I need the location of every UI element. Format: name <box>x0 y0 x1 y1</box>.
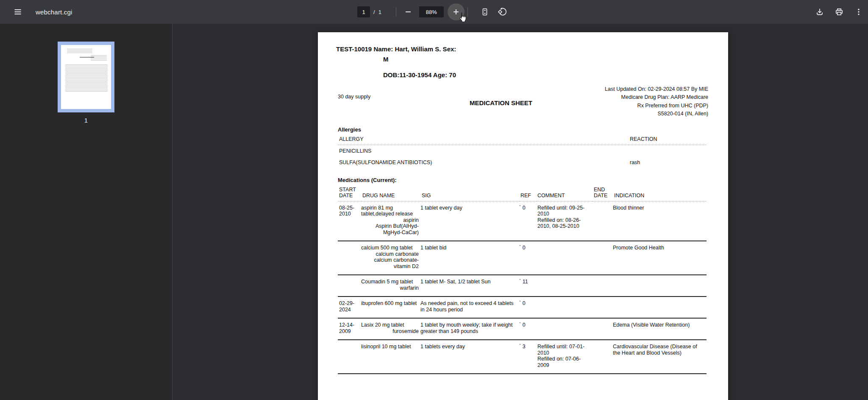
drug-plan-line: Medicare Drug Plan: AARP Medicare <box>605 93 708 101</box>
indication: Promote Good Health <box>613 241 707 275</box>
toolbar-divider <box>467 7 468 17</box>
page-separator: / <box>373 9 375 15</box>
document-title: webchart.cgi <box>36 8 72 16</box>
allergy-reaction: rash <box>629 157 707 168</box>
sig-header: SIG <box>420 193 519 201</box>
end-date <box>593 340 613 374</box>
indication <box>613 297 707 318</box>
print-button[interactable] <box>831 3 848 20</box>
kebab-menu-icon <box>854 8 863 16</box>
allergy-row: SULFA(SULFONAMIDE ANTIBIOTICS) rash <box>338 157 707 168</box>
allergy-name: PENICILLINS <box>338 145 629 157</box>
drug-name: aspirin 81 mg tablet,delayed release <box>361 205 419 217</box>
drug-plan-line: S5820-014 (IN, Allen) <box>605 110 708 118</box>
toolbar-right <box>811 0 867 24</box>
page-count: / 1 <box>373 9 381 15</box>
end-date <box>593 201 613 241</box>
rotate-button[interactable] <box>494 3 511 20</box>
generic-name: furosemide <box>361 328 419 335</box>
start-date: 08-25-2010 <box>338 201 361 241</box>
page-total: 1 <box>378 9 381 15</box>
drug-name: Coumadin 5 mg tablet <box>361 279 419 285</box>
comment: Refilled until: 07-01-2010 Refilled on: … <box>536 340 593 374</box>
allergy-row: PENICILLINS <box>338 145 707 157</box>
indication: Edema (Visible Water Retention) <box>613 318 707 340</box>
allergy-column-header: ALLERGY <box>338 136 629 145</box>
medication-row: 08-25-2010 aspirin 81 mg tablet,delayed … <box>338 201 707 241</box>
zoom-in-button[interactable] <box>447 3 465 21</box>
ref: ` 0 <box>519 201 536 241</box>
start-date: 12-14-2009 <box>338 318 361 340</box>
indication-header: INDICATION <box>613 193 707 201</box>
column-header <box>420 187 519 193</box>
drug-name-cell: ibuprofen 600 mg tablet <box>361 297 420 318</box>
sheet-info-row: 30 day supply MEDICATION SHEET Last Upda… <box>338 85 707 124</box>
drug-name: Lasix 20 mg tablet <box>361 322 419 328</box>
sig: 1 tablet by mouth weekly; take if weight… <box>420 318 519 340</box>
ref-header: REF <box>519 193 536 201</box>
menu-button[interactable] <box>9 3 26 20</box>
more-options-button[interactable] <box>850 3 867 20</box>
thumbnail-sidebar: 1 <box>0 24 172 400</box>
end-date <box>593 275 613 297</box>
drug-name: ibuprofen 600 mg tablet <box>361 300 419 307</box>
medication-row: 12-14-2009 Lasix 20 mg tablet furosemide… <box>338 318 707 340</box>
page-number-input[interactable]: 1 <box>357 6 370 17</box>
column-header <box>613 187 707 193</box>
comment <box>536 241 593 275</box>
sig: 1 tablet M- Sat, 1/2 tablet Sun <box>420 275 519 297</box>
medication-row: 02-29-2024 ibuprofen 600 mg tablet As ne… <box>338 297 707 318</box>
medication-row: lisinopril 10 mg tablet 1 tablets every … <box>338 340 707 374</box>
plus-icon <box>452 8 460 16</box>
sig: 1 tablet bid <box>420 241 519 275</box>
allergies-table: ALLERGY REACTION PENICILLINS SULFA(SULFO… <box>338 136 707 168</box>
patient-id-name: TEST-10019 Name: Hart, William S. Sex: <box>336 44 707 54</box>
drug-name-cell: Coumadin 5 mg tablet warfarin <box>361 275 420 297</box>
zoom-level-input[interactable]: 88% <box>419 6 444 17</box>
sig: 1 tablets every day <box>420 340 519 374</box>
page-thumbnail[interactable] <box>58 42 114 112</box>
allergy-reaction <box>629 145 707 157</box>
column-header <box>536 187 593 193</box>
generic-name: warfarin <box>361 285 419 291</box>
patient-sex-value: M <box>383 54 707 64</box>
comment-header: COMMENT <box>536 193 593 201</box>
reaction-column-header: REACTION <box>629 136 707 145</box>
start-date-header: DATE <box>338 193 361 201</box>
thumbnail-page-number: 1 <box>0 117 172 124</box>
ref: ` 0 <box>519 241 536 275</box>
sig: As needed pain, not to exceed 4 tablets … <box>420 297 519 318</box>
end-date <box>593 318 613 340</box>
indication <box>613 275 707 297</box>
pdf-toolbar: webchart.cgi 1 / 1 88% <box>0 0 868 24</box>
patient-header: TEST-10019 Name: Hart, William S. Sex: M… <box>336 44 707 80</box>
pdf-viewport: TEST-10019 Name: Hart, William S. Sex: M… <box>172 24 868 400</box>
allergies-heading: Allergies <box>338 127 707 133</box>
drug-name: lisinopril 10 mg tablet <box>361 344 419 350</box>
fit-to-page-button[interactable] <box>476 3 493 20</box>
download-icon <box>815 8 824 16</box>
generic-name: Aspirin Buf(AlHyd-MgHyd-CaCar) <box>361 223 419 235</box>
zoom-out-button[interactable] <box>400 3 417 20</box>
toolbar-left: webchart.cgi <box>0 3 72 20</box>
drug-plan-line: Rx Preferred from UHC (PDP) <box>605 102 708 110</box>
indication: Blood thinner <box>613 201 707 241</box>
rotate-icon <box>498 7 507 17</box>
ref: ` 11 <box>519 275 536 297</box>
drug-name-header: DRUG NAME <box>361 193 420 201</box>
download-button[interactable] <box>811 3 828 20</box>
start-header-line1: START <box>338 187 361 193</box>
toolbar-center: 1 / 1 88% <box>357 0 511 24</box>
medication-row: Coumadin 5 mg tablet warfarin 1 tablet M… <box>338 275 707 297</box>
drug-name-cell: lisinopril 10 mg tablet <box>361 340 420 374</box>
update-info-block: Last Updated On: 02-29-2024 08:57 By MIE… <box>605 85 708 118</box>
start-date <box>338 340 361 374</box>
end-header-line1: END <box>593 187 613 193</box>
toolbar-divider <box>396 7 396 17</box>
ref: ` 3 <box>519 340 536 374</box>
ref: ` 0 <box>519 297 536 318</box>
end-date <box>593 297 613 318</box>
drug-name-cell: Lasix 20 mg tablet furosemide <box>361 318 420 340</box>
ref: ` 0 <box>519 318 536 340</box>
column-header <box>361 187 420 193</box>
